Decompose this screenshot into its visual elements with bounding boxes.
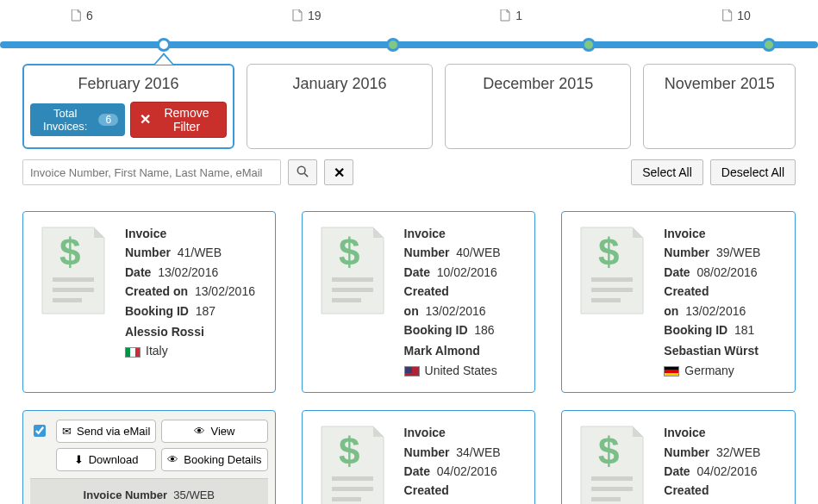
timeline-count-2: 1 — [409, 9, 614, 22]
month-label: February 2016 — [30, 75, 227, 93]
label-invoice-number: Invoice Number — [664, 227, 709, 259]
timeline-count-label: 10 — [737, 9, 751, 22]
month-box-nov[interactable]: November 2015 — [643, 64, 796, 149]
svg-rect-20 — [591, 487, 633, 491]
month-actions: Total Invoices: 6 ✕ Remove Filter — [30, 102, 227, 138]
invoice-thumb: $ — [574, 224, 652, 380]
svg-rect-17 — [332, 497, 361, 501]
svg-text:$: $ — [59, 231, 80, 273]
close-icon: ✕ — [140, 113, 151, 127]
view-label: View — [210, 425, 234, 438]
timeline-dot-nov[interactable] — [762, 38, 776, 52]
label-invoice-number: Invoice Number — [404, 227, 450, 259]
value-created-on: 13/02/2016 — [195, 284, 255, 298]
label-date: Date — [664, 265, 690, 279]
svg-rect-5 — [53, 298, 82, 302]
timeline-dot-jan[interactable] — [386, 38, 400, 52]
download-icon: ⬇ — [74, 453, 84, 466]
month-label: December 2015 — [453, 75, 623, 93]
svg-rect-3 — [53, 277, 94, 282]
label-invoice-number: Invoice Number — [125, 227, 171, 259]
deselect-all-button[interactable]: Deselect All — [710, 159, 796, 185]
invoice-card[interactable]: $ Invoice Number 40/WEB Date 10/02/2016 … — [302, 211, 536, 393]
booking-details-button[interactable]: 👁Booking Details — [161, 448, 267, 471]
svg-point-0 — [297, 166, 305, 174]
label-booking-id: Booking ID — [664, 323, 727, 337]
envelope-icon: ✉ — [62, 425, 72, 438]
invoice-card[interactable]: $ Invoice Number 34/WEB Date 04/02/2016 … — [302, 410, 536, 504]
total-invoices-count: 6 — [98, 114, 118, 126]
country: Germany — [684, 364, 734, 377]
value-date: 10/02/2016 — [437, 265, 497, 279]
flag-icon — [404, 366, 420, 376]
label-invoice-number: Invoice Number — [404, 426, 450, 458]
selected-actions: ✉Send via eMail 👁View ⬇Download 👁Booking… — [56, 420, 268, 471]
value-booking-id: 187 — [196, 304, 215, 318]
country: Italy — [146, 344, 168, 358]
select-checkbox[interactable] — [34, 425, 46, 437]
selected-panel: ✉Send via eMail 👁View ⬇Download 👁Booking… — [30, 420, 268, 504]
svg-text:$: $ — [339, 430, 359, 472]
invoice-card-selected[interactable]: ✉Send via eMail 👁View ⬇Download 👁Booking… — [22, 410, 276, 504]
svg-text:$: $ — [598, 430, 619, 472]
value-created-on: 13/02/2016 — [685, 304, 746, 318]
send-email-label: Send via eMail — [77, 425, 150, 438]
search-button[interactable] — [288, 159, 317, 185]
invoice-thumb: $ — [315, 423, 392, 504]
svg-rect-12 — [591, 288, 633, 292]
invoice-card[interactable]: $ Invoice Number 32/WEB Date 04/02/2016 … — [561, 410, 796, 504]
value-date: 08/02/2016 — [696, 265, 757, 279]
timeline-dot-feb[interactable] — [157, 38, 171, 52]
month-box-jan[interactable]: January 2016 — [247, 64, 433, 149]
value-invoice-number: 34/WEB — [456, 445, 500, 459]
invoice-thumb: $ — [315, 224, 392, 380]
customer-name: Alessio Rossi — [125, 322, 263, 341]
month-box-dec[interactable]: December 2015 — [445, 64, 631, 149]
send-email-button[interactable]: ✉Send via eMail — [56, 420, 156, 443]
document-icon — [292, 9, 303, 22]
document-icon — [71, 9, 81, 22]
flag-icon — [125, 347, 140, 358]
download-button[interactable]: ⬇Download — [56, 448, 156, 471]
svg-line-1 — [304, 173, 308, 177]
value-booking-id: 181 — [734, 323, 754, 337]
clear-search-button[interactable]: ✕ — [324, 159, 353, 185]
flag-icon — [664, 366, 679, 376]
eye-icon: 👁 — [194, 425, 205, 438]
label-booking-id: Booking ID — [404, 323, 468, 337]
invoice-thumb: $ — [574, 423, 652, 504]
download-label: Download — [89, 453, 139, 466]
customer-name: Sebastian Würst — [664, 341, 783, 360]
search-icon — [297, 165, 309, 180]
remove-filter-button[interactable]: ✕ Remove Filter — [130, 102, 227, 138]
timeline-count-3: 10 — [634, 9, 818, 22]
eye-icon: 👁 — [167, 453, 178, 466]
svg-rect-13 — [591, 298, 621, 302]
invoice-thumb: $ — [35, 224, 113, 380]
svg-text:$: $ — [339, 231, 359, 273]
search-input[interactable] — [22, 159, 281, 185]
label-invoice-number: Invoice Number — [664, 426, 709, 458]
view-button[interactable]: 👁View — [161, 420, 267, 443]
month-row: February 2016 Total Invoices: 6 ✕ Remove… — [0, 64, 818, 149]
customer-name: Mark Almond — [404, 341, 523, 360]
label-booking-id: Booking ID — [125, 304, 189, 318]
label-created-on: Created on — [664, 483, 709, 504]
timeline-count-label: 6 — [86, 9, 93, 22]
svg-rect-16 — [332, 487, 373, 491]
timeline-dot-dec[interactable] — [582, 38, 596, 52]
remove-filter-label: Remove Filter — [156, 106, 217, 134]
invoice-card[interactable]: $ Invoice Number 39/WEB Date 08/02/2016 … — [561, 211, 796, 393]
value-invoice-number: 41/WEB — [178, 246, 222, 259]
month-box-feb[interactable]: February 2016 Total Invoices: 6 ✕ Remove… — [22, 64, 234, 149]
value-created-on: 13/02/2016 — [426, 304, 486, 318]
select-all-button[interactable]: Select All — [631, 159, 703, 185]
svg-rect-19 — [591, 476, 633, 481]
label-invoice-number: Invoice Number — [84, 488, 168, 501]
svg-text:$: $ — [598, 231, 619, 273]
label-created-on: Created on — [404, 483, 449, 504]
value-booking-id: 186 — [474, 323, 494, 337]
value-invoice-number: 32/WEB — [716, 445, 760, 459]
invoice-info: Invoice Number 40/WEB Date 10/02/2016 Cr… — [404, 224, 523, 380]
invoice-card[interactable]: $ Invoice Number 41/WEB Date 13/02/2016 … — [22, 211, 276, 393]
